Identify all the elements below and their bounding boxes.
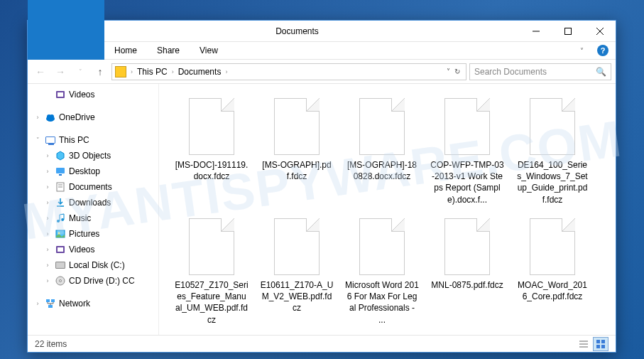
file-icon <box>359 98 405 155</box>
expander-icon[interactable]: › <box>33 114 42 121</box>
nav-item-pictures[interactable]: ›Pictures <box>28 226 158 242</box>
window-controls <box>520 21 616 41</box>
icons-view-button[interactable] <box>593 337 608 351</box>
pc-icon <box>45 134 56 146</box>
expander-icon[interactable]: › <box>43 262 52 269</box>
details-view-button[interactable] <box>576 337 591 351</box>
file-icon <box>530 218 575 275</box>
expander-icon[interactable]: › <box>43 183 52 191</box>
titlebar[interactable]: ▾ ▾ Documents <box>28 21 616 42</box>
nav-item-documents[interactable]: ›Documents <box>28 179 158 195</box>
nav-label: This PC <box>59 135 89 145</box>
cloud-icon <box>45 112 56 123</box>
file-name: COP-WFP-TMP-03-2013-v1 Work Steps Report… <box>429 159 506 205</box>
search-icon[interactable]: 🔍 <box>596 67 606 77</box>
chevron-right-icon[interactable]: › <box>170 68 175 75</box>
ribbon-tab-share[interactable]: Share <box>147 42 190 60</box>
breadcrumb-documents[interactable]: Documents <box>175 67 224 77</box>
address-folder-icon <box>115 66 126 77</box>
file-item[interactable]: E10527_Z170_Series_Feature_Manual_UM_WEB… <box>173 213 250 330</box>
expander-icon[interactable]: › <box>43 246 52 253</box>
nav-label: 3D Objects <box>69 151 111 161</box>
close-button[interactable] <box>584 21 616 41</box>
file-item[interactable]: MOAC_Word_2016_Core.pdf.fdcz <box>514 213 591 330</box>
nav-item-3d-objects[interactable]: ›3D Objects <box>28 148 158 164</box>
nav-item-videos[interactable]: Videos <box>28 87 158 102</box>
nav-label: OneDrive <box>59 112 95 122</box>
expander-icon[interactable]: › <box>43 168 52 175</box>
file-name: [MS-DOC]-191119.docx.fdcz <box>173 159 250 182</box>
nav-label: CD Drive (D:) CC <box>69 276 135 286</box>
ribbon-expand-icon[interactable]: ˅ <box>573 42 590 59</box>
nav-item-desktop[interactable]: ›Desktop <box>28 164 158 179</box>
svg-point-13 <box>50 114 54 119</box>
up-button[interactable]: ↑ <box>92 63 109 80</box>
ribbon-tab-view[interactable]: View <box>190 42 228 60</box>
refresh-icon[interactable]: ↻ <box>454 68 460 75</box>
svg-rect-6 <box>564 28 571 34</box>
file-item[interactable]: Microsoft Word 2016 For Max For Legal Pr… <box>344 213 420 330</box>
expander-icon[interactable]: › <box>43 199 52 206</box>
expander-icon[interactable]: › <box>43 277 52 284</box>
expander-icon[interactable]: › <box>43 152 52 159</box>
file-item[interactable]: COP-WFP-TMP-03-2013-v1 Work Steps Report… <box>429 92 506 210</box>
file-item[interactable]: DE164_100_Series_Windows_7_Setup_Guide_p… <box>514 92 591 210</box>
search-input[interactable]: Search Documents 🔍 <box>469 63 611 80</box>
expander-icon[interactable]: › <box>33 300 42 307</box>
svg-point-21 <box>61 218 64 221</box>
file-icon <box>189 218 234 275</box>
back-button[interactable]: ← <box>32 63 49 80</box>
nav-item-onedrive[interactable]: ›OneDrive <box>28 109 158 125</box>
nav-item-downloads[interactable]: ›Downloads <box>28 195 158 210</box>
file-name: [MS-OGRAPH].pdf.fdcz <box>258 159 335 182</box>
svg-rect-15 <box>59 174 62 176</box>
maximize-button[interactable] <box>552 21 584 41</box>
navigation-pane[interactable]: Videos›OneDrive˅This PC›3D Objects›Deskt… <box>28 84 159 335</box>
svg-rect-14 <box>56 168 65 173</box>
svg-rect-10 <box>58 92 63 97</box>
pictures-icon <box>55 228 66 240</box>
nav-label: Documents <box>69 182 112 192</box>
nav-item-this-pc[interactable]: ˅This PC <box>28 132 158 148</box>
nav-item-local-disk-c-[interactable]: ›Local Disk (C:) <box>28 257 158 273</box>
nav-item-network[interactable]: ›Network <box>28 296 158 311</box>
nav-item-cd-drive-d-cc[interactable]: ›CD Drive (D:) CC <box>28 273 158 289</box>
file-list[interactable]: [MS-DOC]-191119.docx.fdcz[MS-OGRAPH].pdf… <box>159 84 616 335</box>
file-name: E10527_Z170_Series_Feature_Manual_UM_WEB… <box>173 279 250 326</box>
breadcrumb-this-pc[interactable]: This PC <box>134 67 170 77</box>
svg-rect-29 <box>51 299 55 302</box>
file-icon <box>359 218 405 275</box>
file-item[interactable]: [MS-OGRAPH].pdf.fdcz <box>258 92 335 210</box>
nav-item-videos[interactable]: ›Videos <box>28 242 158 257</box>
nav-label: Music <box>69 213 91 223</box>
svg-rect-41 <box>601 345 605 348</box>
nav-label: Videos <box>69 245 94 254</box>
forward-button[interactable]: → <box>52 63 69 80</box>
file-item[interactable]: [MS-OGRAPH]-180828.docx.fdcz <box>344 92 420 210</box>
file-item[interactable]: MNL-0875.pdf.fdcz <box>429 213 506 330</box>
expander-icon[interactable]: ˅ <box>33 136 42 144</box>
nav-label: Downloads <box>69 198 111 208</box>
file-item[interactable]: [MS-DOC]-191119.docx.fdcz <box>173 92 250 210</box>
nav-item-music[interactable]: ›Music <box>28 210 158 226</box>
nav-label: Videos <box>69 90 94 100</box>
svg-rect-39 <box>601 340 605 343</box>
minimize-button[interactable] <box>520 21 552 41</box>
file-name: Microsoft Word 2016 For Max For Legal Pr… <box>344 279 420 326</box>
address-dropdown-icon[interactable]: ˅ <box>447 68 450 75</box>
file-name: [MS-OGRAPH]-180828.docx.fdcz <box>344 159 420 182</box>
chevron-right-icon[interactable]: › <box>224 68 229 75</box>
ribbon: File Home Share View ˅ ? <box>28 42 616 60</box>
music-icon <box>55 213 66 224</box>
expander-icon[interactable]: › <box>43 230 52 237</box>
chevron-right-icon[interactable]: › <box>129 68 134 75</box>
ribbon-tab-home[interactable]: Home <box>104 42 147 60</box>
explorer-window: ▾ ▾ Documents File Home Share View ˅ ? ←… <box>27 20 616 353</box>
help-icon[interactable]: ? <box>594 42 611 59</box>
address-bar[interactable]: › This PC › Documents › ˅ ↻ <box>111 63 466 80</box>
expander-icon[interactable]: › <box>43 215 52 222</box>
search-placeholder: Search Documents <box>474 67 547 77</box>
file-item[interactable]: E10611_Z170-A_UM_V2_WEB.pdf.fdcz <box>258 213 335 330</box>
recent-dropdown-icon[interactable]: ˅ <box>72 63 89 80</box>
desktop-icon <box>55 166 66 177</box>
